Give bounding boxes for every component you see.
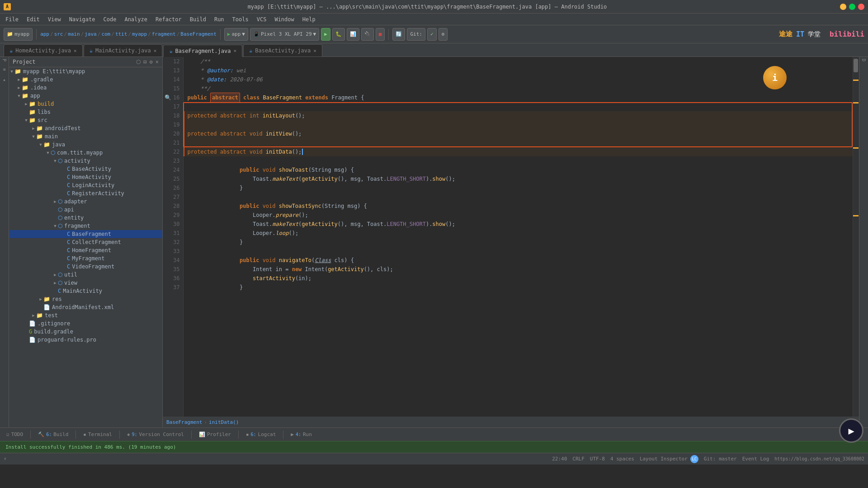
tree-androidmanifest[interactable]: 📄 AndroidManifest.xml bbox=[9, 303, 162, 311]
menu-navigate[interactable]: Navigate bbox=[66, 15, 99, 24]
bc-app[interactable]: app bbox=[40, 31, 49, 37]
project-selector[interactable]: 📁myapp bbox=[4, 28, 33, 41]
window-controls[interactable] bbox=[840, 4, 864, 10]
close-button[interactable] bbox=[858, 4, 864, 10]
tree-app[interactable]: ▼ 📁 app bbox=[9, 92, 162, 100]
menu-file[interactable]: File bbox=[2, 15, 22, 24]
floating-circle[interactable]: i bbox=[763, 66, 787, 89]
tree-src[interactable]: ▼ 📁 src bbox=[9, 116, 162, 124]
attach-debugger-button[interactable]: 🔌 bbox=[361, 28, 374, 41]
menu-build[interactable]: Build bbox=[186, 15, 210, 24]
sync-project-icon[interactable]: ⬡ bbox=[136, 59, 141, 65]
tab-mainactivity[interactable]: ☕ MainActivity.java × bbox=[84, 44, 163, 56]
bc-main[interactable]: main bbox=[68, 31, 80, 37]
tree-baseactivity[interactable]: C BaseActivity bbox=[9, 165, 162, 173]
bc-fragment[interactable]: fragment bbox=[152, 31, 176, 37]
status-event-log[interactable]: Event Log bbox=[742, 456, 769, 462]
tab-close-baseactivity[interactable]: × bbox=[313, 48, 316, 54]
tree-collectfragment[interactable]: C CollectFragment bbox=[9, 238, 162, 246]
collapse-all-icon[interactable]: ⊟ bbox=[143, 59, 146, 65]
tree-homefragment[interactable]: C HomeFragment bbox=[9, 246, 162, 254]
bc-com[interactable]: com bbox=[101, 31, 110, 37]
favorites-icon[interactable]: ★ bbox=[3, 77, 5, 82]
tree-build-folder[interactable]: ▶ 📁 build bbox=[9, 100, 162, 108]
status-blog[interactable]: https://blog.csdn.net/qq_33608002 bbox=[774, 456, 864, 461]
stop-button[interactable]: ■ bbox=[376, 28, 385, 41]
menu-view[interactable]: View bbox=[44, 15, 65, 24]
menu-edit[interactable]: Edit bbox=[23, 15, 43, 24]
menu-refactor[interactable]: Refactor bbox=[152, 15, 185, 24]
bc-java[interactable]: java bbox=[85, 31, 97, 37]
tree-basefragment[interactable]: C BaseFragment bbox=[9, 230, 162, 238]
tree-root[interactable]: ▼ 📁 myapp E:\ttit\myapp bbox=[9, 67, 162, 75]
menu-analyze[interactable]: Analyze bbox=[121, 15, 151, 24]
bc-basefragment[interactable]: BaseFragment bbox=[180, 31, 216, 37]
tree-main[interactable]: ▼ 📁 main bbox=[9, 132, 162, 141]
tree-fragment-package[interactable]: ▼ ⬡ fragment bbox=[9, 222, 162, 230]
tab-homeactivity[interactable]: ☕ HomeActivity.java × bbox=[4, 44, 83, 56]
minimize-button[interactable] bbox=[840, 4, 846, 10]
tree-api[interactable]: ⬡ api bbox=[9, 206, 162, 214]
bc-ttit[interactable]: ttit bbox=[115, 31, 127, 37]
sync-button[interactable]: 🔄 bbox=[392, 28, 405, 41]
tree-idea[interactable]: ▶ 📁 .idea bbox=[9, 84, 162, 92]
debug-button[interactable]: 🐛 bbox=[332, 28, 345, 41]
run-with-coverage-button[interactable]: 📊 bbox=[347, 28, 359, 41]
menu-code[interactable]: Code bbox=[100, 15, 120, 24]
tree-registeractivity[interactable]: C RegisterActivity bbox=[9, 189, 162, 197]
vcs-button[interactable]: Git: bbox=[407, 28, 425, 41]
tree-libs[interactable]: 📁 libs bbox=[9, 108, 162, 116]
status-indent[interactable]: 4 spaces bbox=[610, 456, 634, 462]
tree-com-package[interactable]: ▼ ⬡ com.ttit.myapp bbox=[9, 149, 162, 157]
tree-loginactivity[interactable]: C LoginActivity bbox=[9, 181, 162, 189]
code-editor[interactable]: 12 13 14 15 🔍16 17 18 19 20 21 22 23 24 … bbox=[163, 57, 859, 417]
settings-button[interactable]: ⚙ bbox=[439, 28, 448, 41]
bc-src[interactable]: src bbox=[54, 31, 63, 37]
settings-icon[interactable]: ⚙ bbox=[150, 59, 153, 65]
menu-tools[interactable]: Tools bbox=[229, 15, 252, 24]
version-control-button[interactable]: ◈ 9: Version Control bbox=[124, 431, 187, 438]
tree-adapter[interactable]: ▶ ⬡ adapter bbox=[9, 197, 162, 206]
tree-androidtest[interactable]: ▶ 📁 androidTest bbox=[9, 124, 162, 132]
tree-myfragment[interactable]: C MyFragment bbox=[9, 254, 162, 263]
tab-close-mainactivity[interactable]: × bbox=[154, 48, 157, 54]
status-vcs[interactable]: Git: master bbox=[704, 456, 737, 462]
terminal-button[interactable]: ▪ Terminal bbox=[80, 431, 115, 438]
device-explorer-icon[interactable]: D bbox=[861, 59, 866, 61]
vcs-check[interactable]: ✓ bbox=[427, 28, 437, 41]
tree-view[interactable]: ▶ ⬡ view bbox=[9, 279, 162, 287]
tree-videofragment[interactable]: C VideoFragment bbox=[9, 263, 162, 271]
run-button[interactable]: ▶ bbox=[321, 28, 330, 41]
close-sidebar-icon[interactable]: × bbox=[156, 59, 159, 65]
tab-close-basefragment[interactable]: × bbox=[233, 48, 236, 54]
menu-window[interactable]: Window bbox=[271, 15, 297, 24]
menu-run[interactable]: Run bbox=[211, 15, 228, 24]
menu-vcs[interactable]: VCS bbox=[253, 15, 270, 24]
tree-gradle[interactable]: ▶ 📁 .gradle bbox=[9, 75, 162, 84]
bc-method[interactable]: initData() bbox=[209, 419, 239, 425]
tree-buildgradle[interactable]: G build.gradle bbox=[9, 328, 162, 336]
run-config-selector[interactable]: ▶ app ▼ bbox=[224, 28, 248, 41]
tab-baseactivity[interactable]: ☕ BaseActivity.java × bbox=[243, 44, 322, 56]
tree-proguard[interactable]: 📄 proguard-rules.pro bbox=[9, 336, 162, 344]
project-icon[interactable]: P bbox=[2, 59, 7, 61]
tab-close-homeactivity[interactable]: × bbox=[74, 48, 77, 54]
profiler-button[interactable]: 📊 Profiler bbox=[196, 431, 234, 438]
tree-gitignore[interactable]: 📄 .gitignore bbox=[9, 319, 162, 328]
build-button[interactable]: 🔨 6: Build bbox=[35, 431, 71, 438]
tree-homeactivity[interactable]: C HomeActivity bbox=[9, 173, 162, 181]
run-panel-button[interactable]: ▶ 4: Run bbox=[288, 431, 315, 438]
status-crlf[interactable]: CRLF bbox=[572, 456, 585, 462]
tree-res[interactable]: ▶ 📁 res bbox=[9, 295, 162, 303]
tree-mainactivity[interactable]: C MainActivity bbox=[9, 287, 162, 295]
bilibili-logo[interactable]: bilibili bbox=[830, 30, 864, 38]
tree-java[interactable]: ▼ 📁 java bbox=[9, 141, 162, 149]
tree-test[interactable]: ▶ 📁 test bbox=[9, 311, 162, 319]
logcat-button[interactable]: ▪ 6: Logcat bbox=[243, 431, 278, 438]
bc-class[interactable]: BaseFragment bbox=[166, 419, 202, 425]
bc-myapp[interactable]: myapp bbox=[132, 31, 147, 37]
tree-util[interactable]: ▶ ⬡ util bbox=[9, 271, 162, 279]
todo-button[interactable]: ☑ TODO bbox=[4, 431, 26, 438]
tab-basefragment[interactable]: ☕ BaseFragment.java × bbox=[163, 45, 242, 57]
tree-entity[interactable]: ⬡ entity bbox=[9, 214, 162, 222]
